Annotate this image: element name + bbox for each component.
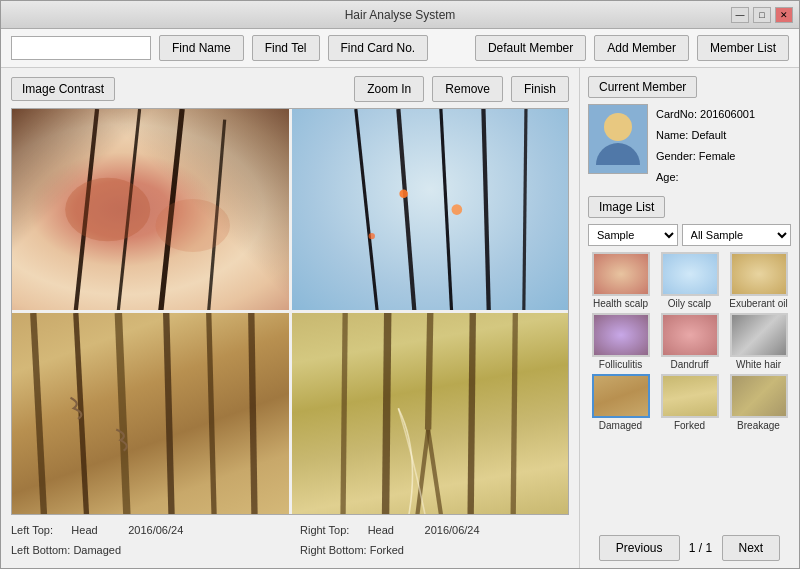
avatar	[588, 104, 648, 174]
svg-line-2	[161, 109, 182, 310]
add-member-button[interactable]: Add Member	[594, 35, 689, 61]
hair-bottom-left-overlay	[12, 313, 289, 514]
find-card-no-button[interactable]: Find Card No.	[328, 35, 429, 61]
image-contrast-label: Image Contrast	[11, 77, 115, 101]
sample-item-whitehair[interactable]: White hair	[726, 313, 791, 370]
sample-thumb-dandruff	[661, 313, 719, 357]
current-member-section: Current Member CardNo: 201606001 Name: D…	[588, 76, 791, 188]
hair-bottom-right-overlay	[292, 313, 569, 514]
current-member-label: Current Member	[588, 76, 697, 98]
image-bottom-left[interactable]	[12, 313, 289, 514]
image-bottom-right[interactable]	[292, 313, 569, 514]
pagination: Previous 1 / 1 Next	[588, 531, 791, 561]
sample-thumb-damaged	[592, 374, 650, 418]
next-button[interactable]: Next	[722, 535, 781, 561]
sample-thumb-folliculitis	[592, 313, 650, 357]
image-list-label: Image List	[588, 196, 665, 218]
sample-item-folliculitis[interactable]: Folliculitis	[588, 313, 653, 370]
svg-line-26	[513, 313, 515, 514]
sample-thumb-oily	[661, 252, 719, 296]
page-info: 1 / 1	[686, 541, 716, 555]
svg-line-21	[385, 313, 387, 514]
close-button[interactable]: ✕	[775, 7, 793, 23]
finish-button[interactable]: Finish	[511, 76, 569, 102]
svg-line-3	[209, 120, 225, 311]
main-area: Image Contrast Zoom In Remove Finish	[1, 68, 799, 569]
sample-item-exuberant[interactable]: Exuberant oil	[726, 252, 791, 309]
right-bottom-caption: Right Bottom: Forked	[300, 541, 569, 561]
search-input[interactable]	[11, 36, 151, 60]
svg-line-8	[440, 109, 451, 310]
image-top-left[interactable]	[12, 109, 289, 310]
find-name-button[interactable]: Find Name	[159, 35, 244, 61]
sample-item-breakage[interactable]: Breakage	[726, 374, 791, 431]
sample-thumb-whitehair	[730, 313, 788, 357]
svg-line-25	[470, 313, 472, 514]
svg-line-0	[76, 109, 97, 310]
sample-item-oily[interactable]: Oily scalp	[657, 252, 722, 309]
svg-line-17	[166, 313, 171, 514]
image-grid	[11, 108, 569, 515]
sample-label-exuberant: Exuberant oil	[729, 298, 787, 309]
svg-line-10	[523, 109, 525, 310]
svg-line-14	[33, 313, 44, 514]
sample-dropdown[interactable]: Sample	[588, 224, 678, 246]
sample-item-damaged[interactable]: Damaged	[588, 374, 653, 431]
sample-label-oily: Oily scalp	[668, 298, 711, 309]
find-tel-button[interactable]: Find Tel	[252, 35, 320, 61]
sample-thumb-forked	[661, 374, 719, 418]
toolbar: Find Name Find Tel Find Card No. Default…	[1, 29, 799, 68]
sample-thumb-exuberant	[730, 252, 788, 296]
sample-label-breakage: Breakage	[737, 420, 780, 431]
svg-line-18	[209, 313, 214, 514]
avatar-head	[604, 113, 632, 141]
image-captions: Left Top: Head 2016/06/24 Left Bottom: D…	[11, 521, 569, 561]
sample-label-dandruff: Dandruff	[670, 359, 708, 370]
svg-line-16	[118, 313, 127, 514]
minimize-button[interactable]: —	[731, 7, 749, 23]
svg-line-7	[398, 109, 414, 310]
image-top-right[interactable]	[292, 109, 569, 310]
avatar-body	[596, 143, 640, 165]
sample-item-health[interactable]: Health scalp	[588, 252, 653, 309]
member-details: CardNo: 201606001 Name: Default Gender: …	[656, 104, 755, 188]
sample-thumb-health	[592, 252, 650, 296]
svg-line-1	[118, 109, 139, 310]
sample-label-damaged: Damaged	[599, 420, 642, 431]
zoom-in-button[interactable]: Zoom In	[354, 76, 424, 102]
image-list-section: Image List Sample All Sample Health scal…	[588, 196, 791, 523]
maximize-button[interactable]: □	[753, 7, 771, 23]
all-sample-dropdown[interactable]: All Sample	[682, 224, 791, 246]
svg-point-5	[156, 199, 230, 252]
member-name: Name: Default	[656, 125, 755, 146]
sample-label-folliculitis: Folliculitis	[599, 359, 642, 370]
sample-item-dandruff[interactable]: Dandruff	[657, 313, 722, 370]
member-age: Age:	[656, 167, 755, 188]
svg-point-12	[451, 204, 462, 215]
remove-button[interactable]: Remove	[432, 76, 503, 102]
image-toolbar: Image Contrast Zoom In Remove Finish	[11, 76, 569, 102]
svg-line-24	[428, 430, 441, 515]
svg-line-9	[483, 109, 488, 310]
left-panel: Image Contrast Zoom In Remove Finish	[1, 68, 579, 569]
default-member-button[interactable]: Default Member	[475, 35, 586, 61]
left-top-caption: Left Top: Head 2016/06/24	[11, 521, 280, 541]
title-bar: Hair Analyse System — □ ✕	[1, 1, 799, 29]
svg-point-11	[399, 189, 408, 197]
sample-label-health: Health scalp	[593, 298, 648, 309]
svg-line-19	[251, 313, 254, 514]
sample-thumb-breakage	[730, 374, 788, 418]
member-list-button[interactable]: Member List	[697, 35, 789, 61]
hair-top-right-overlay	[292, 109, 569, 310]
sample-grid: Health scalpOily scalpExuberant oilFolli…	[588, 252, 791, 431]
left-bottom-caption: Left Bottom: Damaged	[11, 541, 280, 561]
previous-button[interactable]: Previous	[599, 535, 680, 561]
right-top-caption: Right Top: Head 2016/06/24	[300, 521, 569, 541]
member-gender: Gender: Female	[656, 146, 755, 167]
app-title: Hair Analyse System	[345, 8, 456, 22]
svg-line-20	[343, 313, 345, 514]
svg-point-4	[65, 178, 150, 242]
sample-label-forked: Forked	[674, 420, 705, 431]
member-info: CardNo: 201606001 Name: Default Gender: …	[588, 104, 791, 188]
sample-item-forked[interactable]: Forked	[657, 374, 722, 431]
